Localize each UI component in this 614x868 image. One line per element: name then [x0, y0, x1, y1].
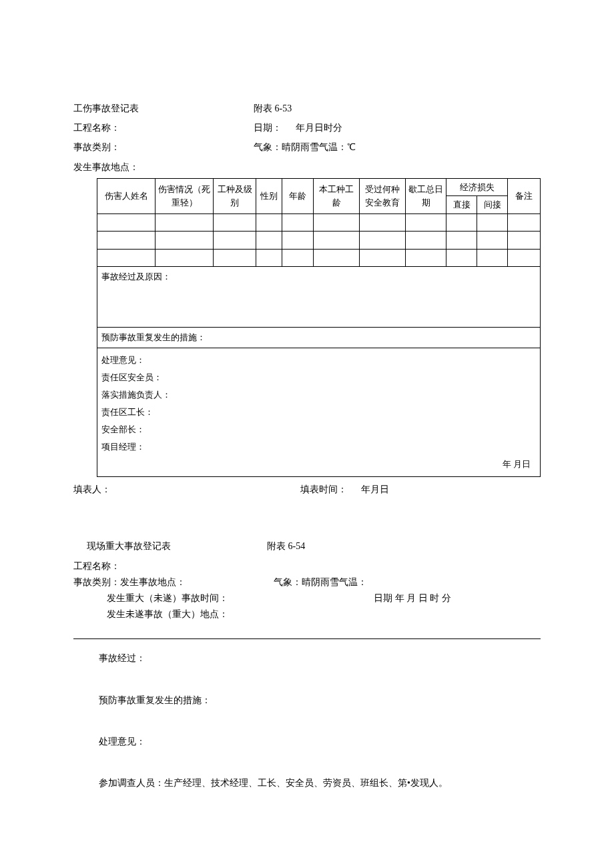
form2-prevention: 预防事故重复发生的措施： [73, 693, 541, 708]
form2-category-label: 事故类别：发生事故地点： [73, 574, 274, 590]
category-label: 事故类别： [73, 139, 254, 155]
injury-table: 伤害人姓名 伤害情况（死重轻） 工种及级别 性别 年龄 本工种工龄 受过何种安全… [97, 178, 541, 477]
col-work-type: 工种及级别 [214, 178, 256, 213]
form2-opinion: 处理意见： [73, 735, 541, 749]
table-row [97, 213, 541, 232]
prevention-cell: 预防事故重复发生的措施： [97, 328, 541, 348]
weather-label: 气象：晴阴雨雪气温：℃ [254, 139, 541, 155]
fill-time-label: 填表时间： [300, 484, 347, 494]
form2-date-label: 日期 年 月 日 时 分 [374, 590, 451, 606]
col-loss-direct: 直接 [446, 196, 477, 214]
date-value: 年月日时分 [296, 123, 342, 133]
form2-near-miss-location: 发生未遂事故（重大）地点： [73, 606, 541, 622]
form2-project-label: 工程名称： [73, 558, 541, 574]
table-row [97, 232, 541, 250]
fill-time-value: 年月日 [361, 484, 389, 494]
col-education: 受过何种安全教育 [360, 178, 406, 213]
col-loss-indirect: 间接 [477, 196, 508, 214]
col-remark: 备注 [508, 178, 541, 213]
col-injury: 伤害情况（死重轻） [156, 178, 214, 213]
table-row [97, 249, 541, 267]
col-gender: 性别 [256, 178, 282, 213]
foreman-label: 责任区工长： [101, 404, 536, 421]
year-month-day: 年 月日 [101, 456, 536, 473]
location-label: 发生事故地点： [73, 159, 139, 175]
form1-title: 工伤事故登记表 [73, 100, 254, 117]
form2-title: 现场重大事故登记表 [73, 538, 267, 554]
divider [73, 638, 541, 639]
col-tenure: 本工种工龄 [314, 178, 360, 213]
safety-officer-label: 责任区安全员： [101, 369, 536, 386]
opinion-label: 处理意见： [101, 352, 536, 369]
form2-major-time-label: 发生重大（未遂）事故时间： [73, 590, 374, 606]
form2-process: 事故经过： [73, 651, 541, 666]
table-header-row: 伤害人姓名 伤害情况（死重轻） 工种及级别 性别 年龄 本工种工龄 受过何种安全… [97, 178, 541, 196]
date-label: 日期： [254, 123, 282, 133]
col-name: 伤害人姓名 [97, 178, 156, 213]
col-off-days: 歇工总日期 [406, 178, 446, 213]
filler-label: 填表人： [73, 481, 300, 498]
safety-minister-label: 安全部长： [101, 421, 536, 438]
project-manager-label: 项目经理： [101, 438, 536, 456]
form2-investigators: 参加调查人员：生产经理、技术经理、工长、安全员、劳资员、班组长、第•发现人。 [73, 776, 541, 791]
process-cell: 事故经过及原因： [97, 267, 541, 328]
col-age: 年龄 [282, 178, 314, 213]
form1-appendix: 附表 6-53 [254, 100, 541, 117]
form2-weather-label: 气象：晴阴雨雪气温： [274, 574, 367, 590]
project-label: 工程名称： [73, 119, 254, 136]
form2-appendix: 附表 6-54 [267, 538, 305, 554]
measure-owner-label: 落实措施负责人： [101, 386, 536, 404]
col-loss: 经济损失 [446, 178, 508, 196]
